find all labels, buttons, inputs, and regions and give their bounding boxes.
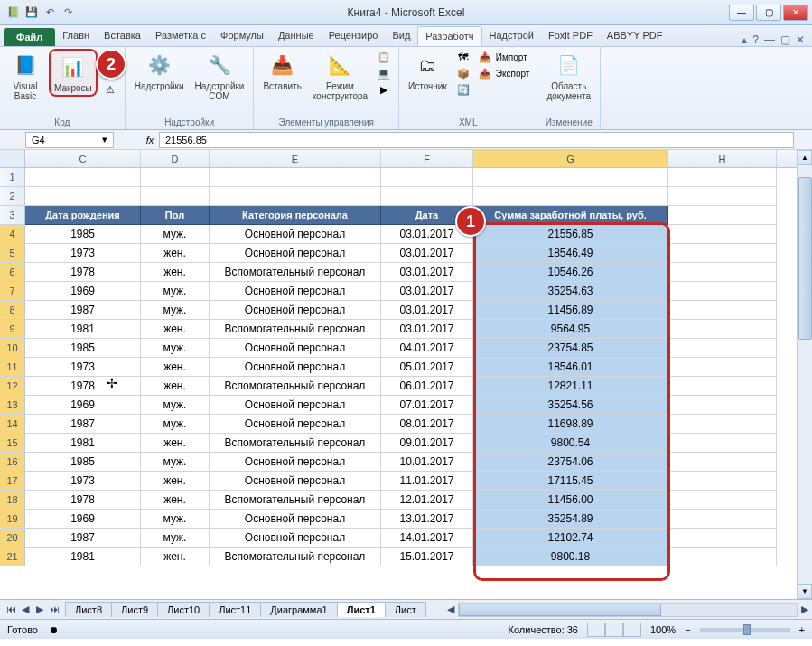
ribbon-btn-макросы[interactable]: 📊Макросы bbox=[49, 49, 98, 97]
ribbon-small-Импорт[interactable]: 📥Импорт bbox=[476, 49, 532, 65]
cell[interactable]: 9800.54 bbox=[473, 434, 668, 453]
ribbon-btn-надстройки-com[interactable]: 🔧НадстройкиCOM bbox=[191, 49, 248, 103]
row-header[interactable]: 9 bbox=[0, 320, 25, 339]
cell[interactable] bbox=[25, 187, 141, 206]
cell[interactable]: 1987 bbox=[25, 301, 141, 320]
ribbon-btn-visual-basic[interactable]: 📘VisualBasic bbox=[5, 49, 45, 103]
view-layout[interactable] bbox=[605, 623, 623, 637]
ribbon-btn-область-документа[interactable]: 📄Областьдокумента bbox=[543, 49, 594, 103]
select-all-corner[interactable] bbox=[0, 150, 25, 168]
cell[interactable]: Основной персонал bbox=[210, 510, 381, 529]
table-header[interactable]: Сумма заработной платы, руб. bbox=[473, 206, 668, 225]
cell[interactable]: 10546.26 bbox=[473, 263, 668, 282]
cell[interactable]: 1978 bbox=[25, 263, 141, 282]
cell[interactable]: Основной персонал bbox=[210, 225, 381, 244]
cell[interactable] bbox=[668, 510, 777, 529]
cell[interactable]: 35254.63 bbox=[473, 282, 668, 301]
cell[interactable]: 09.01.2017 bbox=[381, 434, 473, 453]
cell[interactable]: жен. bbox=[141, 548, 210, 566]
sheet-tab-Лист8[interactable]: Лист8 bbox=[65, 602, 112, 617]
cell[interactable]: 1978 bbox=[25, 491, 141, 510]
cell[interactable]: 08.01.2017 bbox=[381, 415, 473, 434]
chevron-down-icon[interactable]: ▾ bbox=[102, 134, 107, 145]
ribbon-small[interactable]: 🗺 bbox=[454, 49, 472, 65]
cell[interactable]: 1973 bbox=[25, 472, 141, 491]
ribbon-btn-вставить[interactable]: 📥Вставить bbox=[259, 49, 304, 93]
cell[interactable] bbox=[25, 168, 141, 187]
cell[interactable]: 1985 bbox=[25, 225, 141, 244]
sheet-tab-Лист10[interactable]: Лист10 bbox=[157, 602, 210, 617]
cell[interactable]: Основной персонал bbox=[210, 453, 381, 472]
cell[interactable]: 23754.06 bbox=[473, 453, 668, 472]
sheet-nav-prev[interactable]: ◀ bbox=[18, 604, 33, 615]
cell[interactable]: муж. bbox=[141, 415, 210, 434]
doc-min-icon[interactable]: — bbox=[764, 33, 775, 46]
cell[interactable]: 1987 bbox=[25, 415, 141, 434]
cell[interactable]: 11456.00 bbox=[473, 491, 668, 510]
tab-foxit pdf[interactable]: Foxit PDF bbox=[541, 26, 600, 46]
cell[interactable]: 03.01.2017 bbox=[381, 282, 473, 301]
tab-вид[interactable]: Вид bbox=[385, 26, 417, 46]
cell[interactable]: 03.01.2017 bbox=[381, 320, 473, 339]
cell[interactable]: 12102.74 bbox=[473, 529, 668, 548]
cell[interactable]: 1985 bbox=[25, 339, 141, 358]
cell[interactable] bbox=[668, 529, 777, 548]
table-header[interactable]: Пол bbox=[141, 206, 210, 225]
name-box[interactable]: G4 ▾ bbox=[25, 132, 114, 148]
zoom-out-icon[interactable]: − bbox=[685, 624, 690, 635]
tab-разработч[interactable]: Разработч bbox=[417, 26, 481, 46]
cell[interactable] bbox=[668, 339, 777, 358]
cell[interactable]: 35254.89 bbox=[473, 510, 668, 529]
sheet-tab-Лист11[interactable]: Лист11 bbox=[209, 602, 261, 617]
worksheet-grid[interactable]: CDEFGH 123Дата рожденияПолКатегория перс… bbox=[0, 150, 812, 599]
scroll-up-button[interactable]: ▲ bbox=[798, 150, 812, 165]
cell[interactable] bbox=[668, 377, 777, 396]
table-header[interactable]: Дата рождения bbox=[25, 206, 141, 225]
cell[interactable]: Основной персонал bbox=[210, 529, 381, 548]
cell[interactable] bbox=[668, 206, 777, 225]
maximize-button[interactable]: ▢ bbox=[756, 5, 781, 21]
undo-icon[interactable]: ↶ bbox=[42, 5, 58, 21]
cell[interactable] bbox=[141, 168, 210, 187]
cell[interactable]: 35254.56 bbox=[473, 396, 668, 415]
scroll-thumb[interactable] bbox=[798, 177, 812, 340]
col-header-C[interactable]: C bbox=[25, 150, 141, 167]
cell[interactable]: 03.01.2017 bbox=[381, 301, 473, 320]
cell[interactable]: Вспомогательный персонал bbox=[210, 320, 381, 339]
cell[interactable] bbox=[668, 301, 777, 320]
ribbon-btn-режим-конструктора[interactable]: 📐Режимконструктора bbox=[309, 49, 371, 103]
cell[interactable] bbox=[668, 187, 777, 206]
sheet-tab-Лист[interactable]: Лист bbox=[385, 602, 426, 617]
hscroll-track[interactable] bbox=[458, 603, 798, 617]
table-header[interactable]: Категория персонала bbox=[210, 206, 381, 225]
cell[interactable] bbox=[668, 472, 777, 491]
cell[interactable] bbox=[381, 168, 473, 187]
zoom-thumb[interactable] bbox=[743, 624, 751, 635]
row-header[interactable]: 10 bbox=[0, 339, 25, 358]
row-header[interactable]: 20 bbox=[0, 529, 25, 548]
sheet-nav-next[interactable]: ▶ bbox=[33, 604, 47, 615]
fx-icon[interactable]: fx bbox=[141, 135, 159, 145]
cell[interactable] bbox=[668, 225, 777, 244]
cell[interactable]: Основной персонал bbox=[210, 358, 381, 377]
cell[interactable]: жен. bbox=[141, 377, 210, 396]
cell[interactable]: 07.01.2017 bbox=[381, 396, 473, 415]
zoom-in-icon[interactable]: + bbox=[799, 624, 805, 635]
cell[interactable]: жен. bbox=[141, 320, 210, 339]
row-header[interactable]: 13 bbox=[0, 396, 25, 415]
sheet-tab-Лист1[interactable]: Лист1 bbox=[337, 602, 386, 617]
tab-abbyy pdf[interactable]: ABBYY PDF bbox=[600, 26, 670, 46]
row-header[interactable]: 4 bbox=[0, 225, 25, 244]
cell[interactable]: 1969 bbox=[25, 396, 141, 415]
cell[interactable] bbox=[381, 187, 473, 206]
row-header[interactable]: 18 bbox=[0, 491, 25, 510]
col-header-F[interactable]: F bbox=[381, 150, 473, 167]
tab-главн[interactable]: Главн bbox=[55, 26, 97, 46]
row-header[interactable]: 2 bbox=[0, 187, 25, 206]
cell[interactable]: Основной персонал bbox=[210, 339, 381, 358]
cell[interactable] bbox=[668, 491, 777, 510]
cell[interactable]: Вспомогательный персонал bbox=[210, 491, 381, 510]
cell[interactable]: муж. bbox=[141, 339, 210, 358]
row-header[interactable]: 11 bbox=[0, 358, 25, 377]
hscroll-right[interactable]: ▶ bbox=[798, 604, 812, 615]
